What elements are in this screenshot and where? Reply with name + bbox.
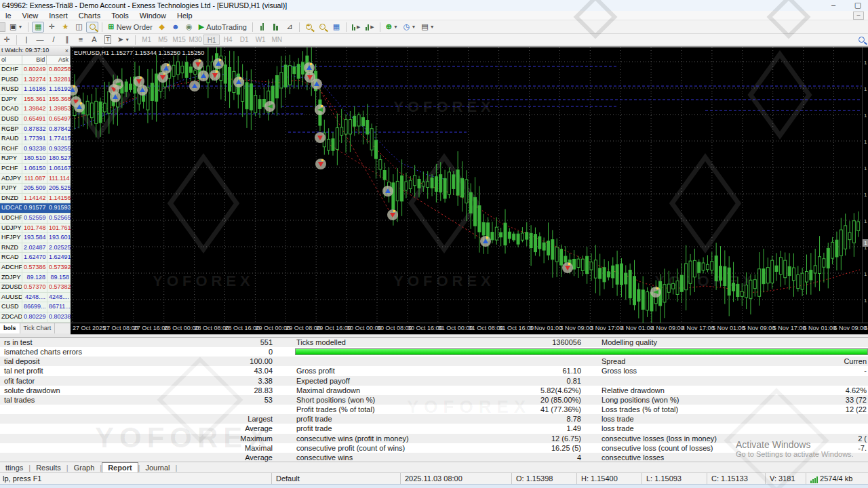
text-label-button[interactable]: T [102, 35, 114, 45]
menu-item-le[interactable]: le [0, 11, 17, 20]
strategy-tester-button[interactable] [86, 22, 98, 33]
tester-tab-journal[interactable]: Journal [140, 463, 175, 472]
market-watch-row[interactable]: DUSD0.654910.65497 [0, 115, 71, 125]
fibonacci-button[interactable]: ≡ [75, 35, 87, 45]
vertical-line-button[interactable]: | [20, 35, 33, 45]
market-watch-row[interactable]: ZDJPY89.12889.158 [0, 273, 71, 283]
candle-body [302, 62, 304, 74]
child-minimize-button[interactable]: – [853, 12, 864, 20]
menu-item-view[interactable]: View [17, 11, 44, 20]
flag-icon [310, 63, 312, 65]
market-watch-row[interactable]: HFJPY193.584193.601 [0, 233, 71, 243]
chart-shift-button[interactable]: ▶ [350, 22, 362, 33]
maximize-button[interactable]: ▢ [850, 0, 865, 11]
market-watch-row[interactable]: AUUSD4248....4248.... [0, 293, 71, 303]
market-watch-tab-bols[interactable]: bols [0, 323, 20, 333]
autotrading-button[interactable]: ▶ AutoTrading [197, 22, 249, 33]
market-watch-row[interactable]: RNZD2.024872.02525 [0, 243, 71, 253]
search-button[interactable] [855, 35, 867, 45]
tester-tab-ttings[interactable]: ttings [0, 463, 28, 472]
minimize-button[interactable]: – [826, 0, 841, 11]
price-chart[interactable]: YOFOREXYOFOREXYOFOREXYOFOREX [71, 47, 868, 323]
candle-body [508, 232, 511, 239]
market-watch-row[interactable]: DNZD1.141421.14156 [0, 194, 71, 204]
candle-body [375, 140, 378, 159]
market-watch-row[interactable]: UDJPY101.748101.761 [0, 224, 71, 234]
ask-cell: 1.14156 [47, 194, 71, 203]
tile-windows-button[interactable]: ▦ [330, 22, 342, 33]
menu-item-insert[interactable]: Insert [43, 11, 73, 20]
market-watch-row[interactable]: DCAD1.398421.39853 [0, 104, 71, 115]
line-chart-mode-button[interactable]: ⊿ [283, 22, 296, 33]
timeframe-m5-button[interactable]: M5 [155, 35, 171, 45]
market-watch-row[interactable]: PUSD1.322741.32281 [0, 75, 71, 85]
market-watch-row[interactable]: PJPY205.509205.525 [0, 184, 71, 194]
market-watch-row[interactable]: RAUD1.773911.77415 [0, 134, 71, 144]
candle-body [646, 292, 649, 310]
timeframe-h1-button[interactable]: H1 [203, 35, 220, 45]
menu-item-tools[interactable]: Tools [106, 11, 134, 20]
zoom-in-button[interactable]: + [303, 22, 315, 33]
crosshair-tool-button[interactable]: ✛ [1, 35, 13, 45]
timeframe-m30-button[interactable]: M30 [187, 35, 203, 45]
tester-tab-report[interactable]: Report [102, 462, 138, 473]
timeframe-w1-button[interactable]: W1 [252, 35, 269, 45]
market-watch-row[interactable]: ADCHF0.573860.57392 [0, 263, 71, 273]
channel-button[interactable]: ∥ [61, 35, 73, 45]
market-watch-row[interactable]: ADJPY111.087111.114 [0, 174, 71, 184]
market-watch-row[interactable]: RCHF0.932380.93255 [0, 144, 71, 155]
periods-button[interactable]: ◷▼ [401, 22, 418, 33]
timeframe-m15-button[interactable]: M15 [171, 35, 187, 45]
candle-body [526, 232, 528, 239]
navigator-button[interactable]: ★ [59, 22, 71, 33]
market-watch-tab-tick-chart[interactable]: Tick Chart [20, 323, 56, 333]
tester-tab-graph[interactable]: Graph [68, 463, 100, 472]
menu-item-help[interactable]: Help [172, 11, 198, 20]
menu-item-charts[interactable]: Charts [73, 11, 106, 20]
tester-tab-results[interactable]: Results [31, 463, 66, 472]
text-tool-button[interactable]: A [88, 35, 100, 45]
market-watch-row[interactable]: DJPY155.361155.368 [0, 95, 71, 105]
new-order-button[interactable]: ⊞ New Order [106, 22, 154, 33]
market-watch-row[interactable]: DCHF0.802490.80258 [0, 65, 71, 75]
report-value: 1360056 [407, 338, 581, 347]
menu-item-window[interactable]: Window [134, 11, 172, 20]
close-icon[interactable]: × [65, 47, 68, 56]
terminal-button[interactable]: ◫ [73, 22, 85, 33]
time-axis-label: 5 Nov 01:00 [712, 325, 745, 331]
script-button[interactable]: ◆ [156, 22, 168, 33]
market-watch-row[interactable]: RJPY180.510180.527 [0, 154, 71, 164]
trendline-button[interactable]: / [47, 35, 60, 45]
data-window-button[interactable]: ✛ [45, 22, 58, 33]
status-profile[interactable]: Default [271, 473, 400, 484]
timeframe-m1-button[interactable]: M1 [138, 35, 155, 45]
market-watch-row[interactable]: ZDCAD0.802290.80238 [0, 312, 71, 323]
indicators-button[interactable]: ⊕▼ [384, 22, 400, 33]
market-watch-row[interactable]: RUSD1.161861.16192 [0, 85, 71, 95]
bar-chart-mode-button[interactable] [256, 22, 269, 33]
market-watch-row[interactable]: RCAD1.624701.62491 [0, 253, 71, 263]
market-watch-row[interactable]: RGBP0.878320.87842 [0, 125, 71, 135]
expert-advisor-button[interactable]: ☻ [170, 22, 182, 33]
timeframe-d1-button[interactable]: D1 [236, 35, 252, 45]
horizontal-line-button[interactable]: — [34, 35, 46, 45]
candle-body [715, 256, 717, 281]
chart-window[interactable]: EURUSD,H1 1.15277 1.15344 1.15250 1.1525… [71, 46, 868, 337]
market-watch-row[interactable]: CUSD86699...86711... [0, 302, 71, 312]
timeframe-mn-button[interactable]: MN [269, 35, 285, 45]
timeframe-h4-button[interactable]: H4 [220, 35, 236, 45]
profiles-button[interactable]: ▣▼ [7, 22, 24, 33]
auto-scroll-button[interactable]: ▶ [363, 22, 376, 33]
sound-button[interactable]: ◉ [183, 22, 195, 33]
candle-chart-mode-button[interactable] [270, 22, 282, 33]
market-watch-row[interactable]: UDCHF0.525590.52565 [0, 214, 71, 224]
market-watch-toggle-button[interactable]: ▦ [32, 22, 44, 33]
trade-marker [210, 70, 220, 81]
bid-cell: 1.06150 [22, 164, 47, 174]
templates-button[interactable]: ▤▼ [419, 22, 436, 33]
zoom-out-button[interactable]: - [317, 22, 329, 33]
arrows-tool-button[interactable]: ➤▼ [115, 35, 132, 45]
market-watch-row[interactable]: PCHF1.061501.06167 [0, 164, 71, 174]
market-watch-row[interactable]: UDCAD0.915770.91593 [0, 203, 71, 214]
market-watch-row[interactable]: ZDUSD0.573700.57382 [0, 283, 71, 293]
